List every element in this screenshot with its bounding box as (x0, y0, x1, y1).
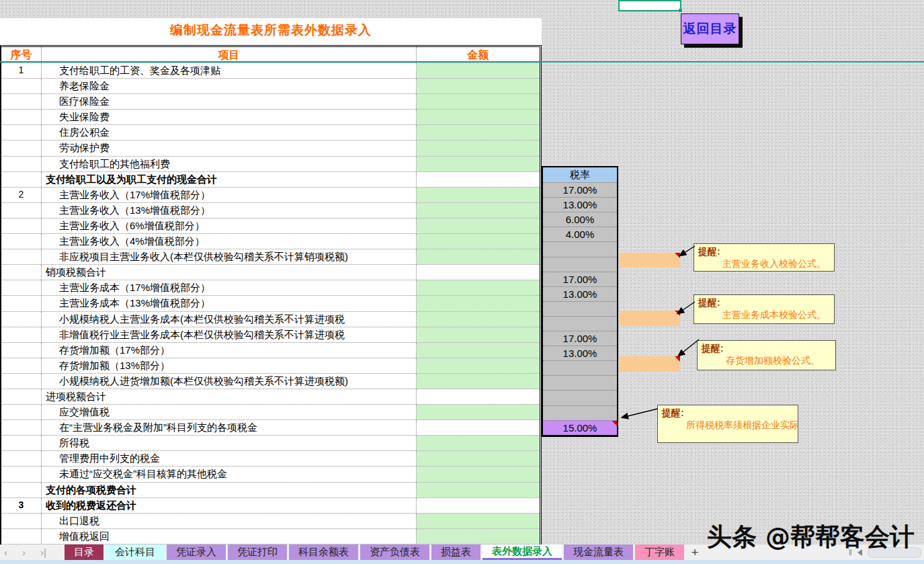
sheet-tab-损益表[interactable]: 损益表 (431, 545, 480, 560)
row-amount-cell[interactable] (417, 203, 540, 218)
row-seq-cell[interactable] (1, 374, 42, 389)
row-amount-cell[interactable] (417, 389, 540, 404)
row-item-cell[interactable]: 主营业务成本（13%增值税部分） (42, 296, 417, 311)
row-seq-cell[interactable] (1, 312, 42, 327)
row-amount-cell[interactable] (417, 436, 540, 450)
row-amount-cell[interactable] (417, 188, 540, 202)
row-item-cell[interactable]: 管理费用中列支的税金 (42, 451, 417, 466)
row-seq-cell[interactable] (1, 157, 42, 171)
active-cell-selection[interactable] (618, 0, 681, 11)
back-to-directory-button[interactable]: 返回目录 (681, 13, 739, 44)
row-item-cell[interactable]: 在“主营业务税金及附加”科目列支的各项税金 (42, 420, 417, 435)
row-item-cell[interactable]: 主营业务收入（4%增值税部分） (42, 234, 417, 249)
tax-rate-cell[interactable] (543, 405, 617, 420)
row-amount-cell[interactable] (417, 234, 540, 249)
row-seq-cell[interactable] (1, 172, 42, 187)
row-amount-cell[interactable] (417, 63, 540, 78)
row-seq-cell[interactable] (1, 327, 42, 342)
tax-rate-cell[interactable] (543, 375, 617, 390)
row-item-cell[interactable]: 医疗保险金 (42, 94, 417, 109)
row-amount-cell[interactable] (417, 529, 540, 544)
tax-rate-cell[interactable]: 13.00% (543, 197, 617, 212)
tax-rate-cell[interactable]: 13.00% (543, 346, 617, 360)
row-amount-cell[interactable] (417, 110, 540, 124)
add-sheet-button[interactable]: + (686, 545, 704, 560)
row-amount-cell[interactable] (417, 79, 540, 93)
tax-rate-cell[interactable] (543, 360, 617, 375)
row-seq-cell[interactable] (1, 483, 42, 497)
tax-rate-cell[interactable]: 13.00% (543, 286, 617, 301)
row-item-cell[interactable]: 劳动保护费 (42, 140, 417, 155)
row-seq-cell[interactable] (1, 203, 42, 218)
tax-rate-cell[interactable] (543, 241, 617, 256)
row-item-cell[interactable]: 出口退税 (42, 514, 417, 528)
tax-rate-cell[interactable] (543, 390, 617, 405)
row-amount-cell[interactable] (417, 420, 540, 435)
tax-rate-cell[interactable]: 17.00% (543, 272, 617, 286)
sheet-tab-现金流量表[interactable]: 现金流量表 (564, 545, 633, 560)
row-seq-cell[interactable] (1, 265, 42, 280)
row-item-cell[interactable]: 应交增值税 (42, 405, 417, 419)
row-seq-cell[interactable] (1, 234, 42, 249)
sheet-tab-凭证录入[interactable]: 凭证录入 (167, 545, 226, 560)
row-item-cell[interactable]: 支付给职工以及为职工支付的现金合计 (42, 172, 417, 187)
row-seq-cell[interactable]: 2 (1, 188, 42, 202)
row-seq-cell[interactable] (1, 436, 42, 450)
row-seq-cell[interactable] (1, 405, 42, 419)
row-seq-cell[interactable]: 3 (1, 498, 42, 513)
sheet-nav-arrow-icon[interactable]: › (22, 547, 26, 558)
tax-rate-cell[interactable]: 17.00% (543, 182, 617, 197)
row-item-cell[interactable]: 收到的税费返还合计 (42, 498, 417, 513)
row-item-cell[interactable]: 增值税返回 (42, 529, 417, 544)
row-item-cell[interactable]: 养老保险金 (42, 79, 417, 93)
row-amount-cell[interactable] (417, 498, 540, 513)
row-item-cell[interactable]: 失业保险费 (42, 110, 417, 124)
row-seq-cell[interactable] (1, 420, 42, 435)
sheet-nav-arrow-icon[interactable]: ‹ (4, 547, 7, 558)
row-amount-cell[interactable] (417, 483, 540, 497)
row-item-cell[interactable]: 主营业务收入（6%增值税部分） (42, 218, 417, 233)
validation-result-cell[interactable] (620, 311, 680, 326)
row-seq-cell[interactable] (1, 343, 42, 358)
sheet-tab-科目余额表[interactable]: 科目余额表 (289, 545, 358, 560)
sheet-tab-凭证打印[interactable]: 凭证打印 (228, 545, 287, 560)
row-item-cell[interactable]: 存货增加额（13%部分） (42, 358, 417, 373)
row-seq-cell[interactable] (1, 529, 42, 544)
tax-rate-cell[interactable] (543, 316, 617, 331)
row-amount-cell[interactable] (417, 514, 540, 528)
row-item-cell[interactable]: 小规模纳税人主营业务成本(本栏仅供校验勾稽关系不计算进项税 (42, 312, 417, 327)
validation-result-cell[interactable] (620, 356, 680, 372)
sheet-tab-丁字账[interactable]: 丁字账 (635, 545, 684, 560)
row-amount-cell[interactable] (417, 358, 540, 373)
row-amount-cell[interactable] (417, 296, 540, 311)
row-seq-cell[interactable] (1, 140, 42, 155)
row-item-cell[interactable]: 销项税额合计 (42, 265, 417, 280)
row-amount-cell[interactable] (417, 218, 540, 233)
row-item-cell[interactable]: 未通过“应交税金”科目核算的其他税金 (42, 467, 417, 481)
row-seq-cell[interactable] (1, 451, 42, 466)
row-item-cell[interactable]: 支付给职工的其他福利费 (42, 157, 417, 171)
row-item-cell[interactable]: 进项税额合计 (42, 389, 417, 404)
row-item-cell[interactable]: 小规模纳税人进货增加额(本栏仅供校验勾稽关系不计算进项税额) (42, 374, 417, 389)
row-amount-cell[interactable] (417, 405, 540, 419)
row-amount-cell[interactable] (417, 94, 540, 109)
row-amount-cell[interactable] (417, 374, 540, 389)
sheet-tab-表外数据录入[interactable]: 表外数据录入 (482, 545, 562, 560)
tax-rate-cell[interactable] (543, 257, 617, 272)
row-item-cell[interactable]: 主营业务收入（17%增值税部分） (42, 188, 417, 202)
row-seq-cell[interactable] (1, 79, 42, 93)
row-seq-cell[interactable] (1, 249, 42, 264)
row-seq-cell[interactable] (1, 280, 42, 295)
row-item-cell[interactable]: 主营业务收入（13%增值税部分） (42, 203, 417, 218)
row-seq-cell[interactable] (1, 110, 42, 124)
row-item-cell[interactable]: 支付给职工的工资、奖金及各项津贴 (42, 63, 417, 78)
row-item-cell[interactable]: 支付的各项税费合计 (42, 483, 417, 497)
tax-rate-cell[interactable] (543, 301, 617, 316)
row-amount-cell[interactable] (417, 249, 540, 264)
tax-rate-cell[interactable]: 15.00% (543, 420, 617, 435)
tax-rate-cell[interactable]: 6.00% (543, 212, 617, 227)
row-amount-cell[interactable] (417, 343, 540, 358)
row-amount-cell[interactable] (417, 172, 540, 187)
tax-rate-cell[interactable]: 17.00% (543, 331, 617, 346)
row-item-cell[interactable]: 住房公积金 (42, 125, 417, 140)
